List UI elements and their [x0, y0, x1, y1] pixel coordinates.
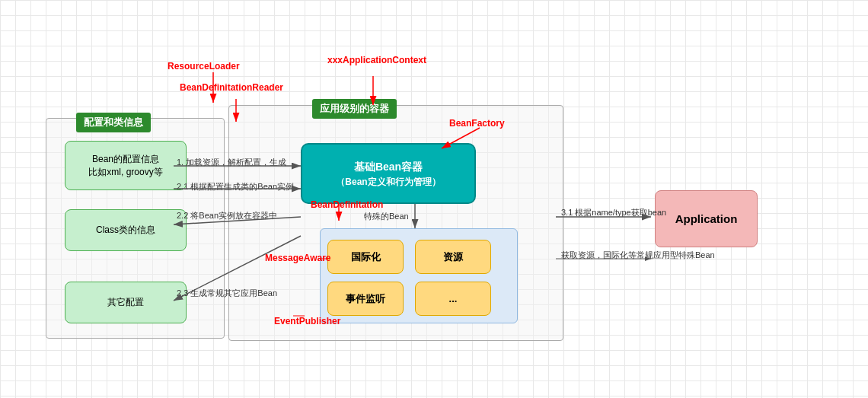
resource-loader-label: ResourceLoader: [168, 61, 240, 72]
xxx-application-context-label: xxxApplicationContext: [327, 55, 426, 65]
middle-panel-header: 应用级别的容器: [312, 99, 397, 119]
bean-factory-label: BeanFactory: [449, 118, 505, 129]
application-box: Application: [655, 190, 758, 247]
event-listener-box: 事件监听: [327, 282, 404, 316]
arrow-label-21: 2.1 根据配置生成类的Bean实例: [177, 181, 294, 193]
bean-definitation-label: BeanDefinitation: [311, 199, 383, 210]
i18n-box: 国际化: [327, 240, 404, 274]
class-info-box: Class类的信息: [65, 209, 187, 251]
arrow-label-31: 3.1 根据name/type获取bean: [561, 207, 666, 218]
arrow-label-resource: 获取资源，国际化等常规应用型特殊Bean: [561, 250, 715, 261]
bean-container-box: 基础Bean容器 （Bean定义和行为管理）: [301, 143, 476, 204]
message-aware-label: MessageAware: [265, 253, 331, 263]
event-publisher-label: EventPublisher: [274, 316, 340, 326]
more-box: ...: [415, 282, 491, 316]
other-config-box: 其它配置: [65, 282, 187, 323]
bean-config-box: Bean的配置信息 比如xml, groovy等: [65, 141, 187, 190]
arrow-label-22: 2.2 将Bean实例放在容器中: [177, 210, 277, 221]
arrow-label-23: 2.3 生成常规其它应用Bean: [177, 288, 277, 299]
left-panel-header: 配置和类信息: [76, 113, 151, 132]
bean-definition-reader-label: BeanDefinitationReader: [180, 82, 283, 93]
resource-box: 资源: [415, 240, 491, 274]
arrow-label-special: 特殊的Bean: [364, 211, 409, 222]
arrow-label-1: 1. 加载资源，解析配置，生成: [177, 157, 286, 168]
